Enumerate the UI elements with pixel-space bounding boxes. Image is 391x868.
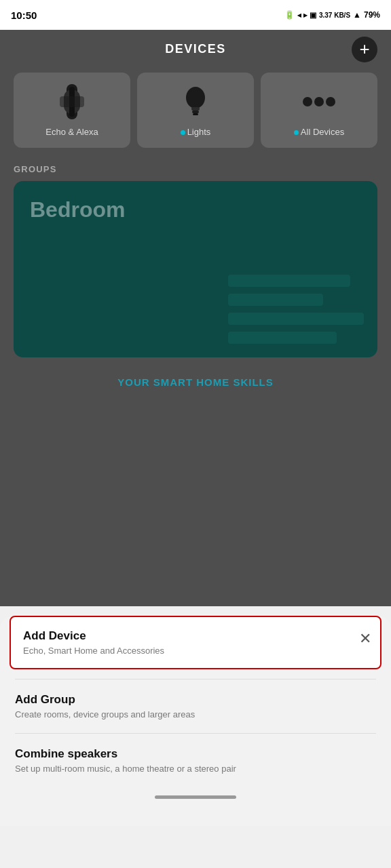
add-button[interactable]: + bbox=[352, 37, 377, 62]
add-device-title: Add Device bbox=[23, 629, 368, 643]
bulb-icon bbox=[183, 85, 208, 119]
svg-rect-6 bbox=[192, 111, 199, 113]
add-group-title: Add Group bbox=[15, 693, 376, 707]
plus-icon: + bbox=[359, 40, 369, 58]
add-device-item[interactable]: Add Device Echo, Smart Home and Accessor… bbox=[10, 616, 381, 669]
echo-alexa-label: Echo & Alexa bbox=[45, 127, 98, 138]
all-devices-dot bbox=[294, 130, 299, 135]
echo-icon bbox=[60, 85, 84, 119]
home-indicator bbox=[155, 795, 236, 799]
svg-point-4 bbox=[186, 87, 205, 108]
add-device-subtitle: Echo, Smart Home and Accessories bbox=[23, 646, 368, 656]
all-devices-label: All Devices bbox=[294, 127, 344, 138]
header: DEVICES + bbox=[0, 30, 391, 66]
svg-point-8 bbox=[303, 97, 312, 106]
bedroom-card[interactable]: Bedroom bbox=[14, 181, 377, 357]
wifi-icon: ▲ bbox=[353, 10, 361, 20]
combine-speakers-item[interactable]: Combine speakers Set up multi-room music… bbox=[0, 734, 391, 787]
svg-rect-5 bbox=[191, 107, 200, 111]
add-group-item[interactable]: Add Group Create rooms, device groups an… bbox=[0, 679, 391, 733]
groups-section-label: GROUPS bbox=[0, 159, 391, 181]
bottom-sheet: ✕ Add Device Echo, Smart Home and Access… bbox=[0, 616, 391, 826]
page-title: DEVICES bbox=[165, 42, 226, 56]
svg-rect-7 bbox=[193, 113, 198, 115]
status-icons: 🔋 ◂ ▸ ▣ 3.37 KB/S ▲ 79% bbox=[284, 10, 380, 20]
add-group-subtitle: Create rooms, device groups and larger a… bbox=[15, 709, 376, 719]
bedroom-bg-decor bbox=[228, 275, 364, 344]
echo-alexa-card[interactable]: Echo & Alexa bbox=[14, 73, 130, 148]
svg-point-9 bbox=[314, 97, 324, 106]
combine-speakers-title: Combine speakers bbox=[15, 747, 376, 761]
svg-rect-3 bbox=[60, 96, 84, 107]
battery-pct: 79% bbox=[364, 10, 380, 20]
lights-dot bbox=[181, 130, 185, 135]
status-bar: 10:50 🔋 ◂ ▸ ▣ 3.37 KB/S ▲ 79% bbox=[0, 0, 391, 30]
drop-icon: 🔋 bbox=[284, 10, 295, 20]
svg-point-10 bbox=[326, 97, 335, 106]
data-speed: 3.37 KB/S bbox=[319, 12, 350, 19]
signal-icons: ◂ ▸ ▣ bbox=[297, 11, 316, 20]
lights-label: Lights bbox=[181, 127, 211, 138]
more-icon bbox=[301, 85, 337, 119]
bedroom-label: Bedroom bbox=[30, 197, 125, 222]
lights-card[interactable]: Lights bbox=[137, 73, 254, 148]
combine-speakers-subtitle: Set up multi-room music, a home theatre … bbox=[15, 764, 376, 774]
all-devices-card[interactable]: All Devices bbox=[261, 73, 377, 148]
smart-home-skills-btn[interactable]: YOUR SMART HOME SKILLS bbox=[0, 357, 391, 401]
close-button[interactable]: ✕ bbox=[353, 627, 377, 651]
main-content: DEVICES + Echo & Alexa bbox=[0, 30, 391, 606]
device-cards-row: Echo & Alexa Lights bbox=[0, 66, 391, 159]
status-time: 10:50 bbox=[11, 9, 37, 21]
